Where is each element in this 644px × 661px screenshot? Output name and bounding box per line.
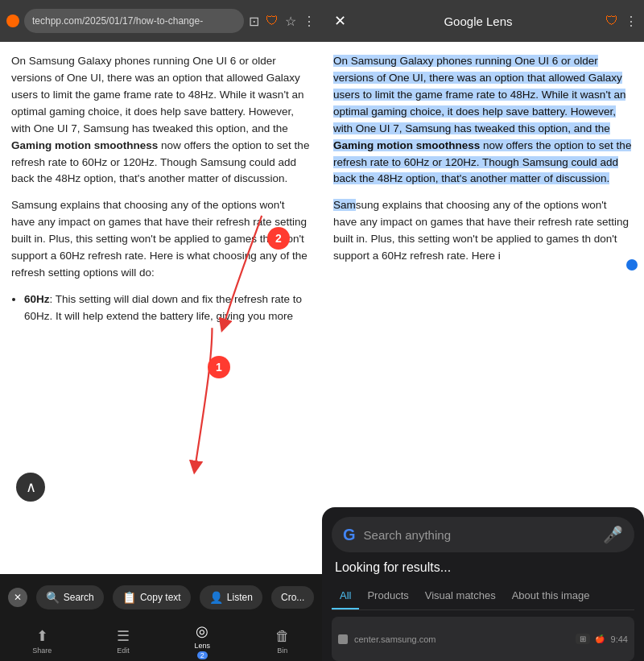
nav-share[interactable]: ⬆ Share [32,627,52,655]
lens-tabs: All Products Visual matches About this i… [332,583,634,610]
left-bullet-list: 60Hz: This setting will dial down and fi… [11,291,311,325]
preview-tab-icon: ⊞ [576,634,590,644]
lens-tab-about-image[interactable]: About this image [504,583,598,609]
listen-button[interactable]: 👤 Listen [200,585,262,609]
lens-preview: center.samsung.com ⊞ 🍎 9:44 [332,617,634,661]
lens-search-placeholder: Search anything [364,528,595,542]
highlighted-text: On Samsung Galaxy phones running One UI … [333,55,631,184]
left-panel: techpp.com/2025/01/17/how-to-change- ⊡ 🛡… [0,0,322,661]
chevron-up-icon: ∧ [26,478,36,496]
copy-text-button[interactable]: 📋 Copy text [113,585,191,609]
lens-tab-products[interactable]: Products [359,583,416,609]
listen-label: Listen [227,592,253,603]
cast-icon[interactable]: ⊡ [249,14,259,29]
left-bullet-1: 60Hz: This setting will dial down and fi… [24,291,311,325]
star-icon[interactable]: ☆ [285,14,296,29]
close-icon: ✕ [14,592,22,603]
copy-text-label: Copy text [140,592,181,603]
left-url-text: techpp.com/2025/01/17/how-to-change- [32,15,203,27]
left-paragraph-2: Samsung explains that choosing any of th… [11,197,311,282]
left-bottom-toolbar: ✕ 🔍 Search 📋 Copy text 👤 Listen Cro... [0,574,322,621]
left-browser-bar: techpp.com/2025/01/17/how-to-change- ⊡ 🛡… [0,0,322,42]
right-panel: ✕ Google Lens 🛡 ⋮ On Samsung Galaxy phon… [322,0,644,661]
more-icon[interactable]: ⋮ [303,14,316,29]
left-bottom-nav: ⬆ Share ☰ Edit ◎ Lens 2 🗑 Bin [0,621,322,661]
brave-shield-icon[interactable]: 🛡 [266,14,279,29]
close-button[interactable]: ✕ [328,12,351,30]
step-badge-1: 1 [208,356,230,378]
more-icon-right[interactable]: ⋮ [625,14,638,29]
search-label: Search [64,592,94,603]
nav-lens[interactable]: ◎ Lens 2 [195,622,211,659]
google-lens-title: Google Lens [356,14,601,28]
share-icon: ⬆ [36,627,48,645]
bin-icon: 🗑 [275,628,290,645]
normal-text: sung explains that choosing any of the o… [333,199,629,262]
dismiss-button[interactable]: ✕ [8,588,27,607]
nav-bin[interactable]: 🗑 Bin [275,628,290,655]
left-browser-icons: ⊡ 🛡 ☆ ⋮ [249,14,316,29]
bin-label: Bin [277,647,287,655]
search-icon: 🔍 [46,591,60,604]
left-paragraph-1: On Samsung Galaxy phones running One UI … [11,53,311,188]
right-browser-icons: 🛡 ⋮ [605,14,638,29]
lens-bottom-sheet: G Search anything 🎤 Looking for results.… [322,507,644,661]
step-badge-2: 2 [267,227,290,250]
brave-favicon [6,14,19,27]
selection-handle [626,259,638,271]
partial-highlight: Sam [333,199,356,211]
lens-badge: 2 [197,651,208,659]
lens-tab-visual-matches[interactable]: Visual matches [417,583,504,609]
preview-favicon [338,634,348,644]
left-url-bar[interactable]: techpp.com/2025/01/17/how-to-change- [24,9,244,33]
lens-icon: ◎ [196,622,208,640]
listen-icon: 👤 [209,591,223,604]
right-paragraph-partial: Samsung explains that choosing any of th… [333,197,633,265]
copy-icon: 📋 [122,591,136,604]
right-paragraph-highlighted: On Samsung Galaxy phones running One UI … [333,53,633,188]
lens-search-bar[interactable]: G Search anything 🎤 [332,517,634,552]
edit-label: Edit [117,647,130,655]
edit-icon: ☰ [117,627,130,645]
brave-shield-icon-right[interactable]: 🛡 [605,14,618,29]
share-label: Share [32,647,52,655]
preview-time: 9:44 [611,634,628,644]
nav-edit[interactable]: ☰ Edit [117,627,130,655]
preview-url: center.samsung.com [354,634,569,644]
google-g-icon: G [343,526,356,544]
search-button[interactable]: 🔍 Search [36,585,104,609]
scroll-up-button[interactable]: ∧ [16,473,45,502]
crop-button[interactable]: Cro... [271,586,314,609]
lens-label: Lens [195,642,211,650]
lens-status-text: Looking for results... [332,560,634,575]
left-content: On Samsung Galaxy phones running One UI … [0,42,322,574]
crop-label: Cro... [281,592,304,603]
apple-icon: 🍎 [595,634,605,643]
lens-tab-all[interactable]: All [332,583,359,609]
mic-icon[interactable]: 🎤 [603,525,623,544]
right-browser-bar: ✕ Google Lens 🛡 ⋮ [322,0,644,42]
